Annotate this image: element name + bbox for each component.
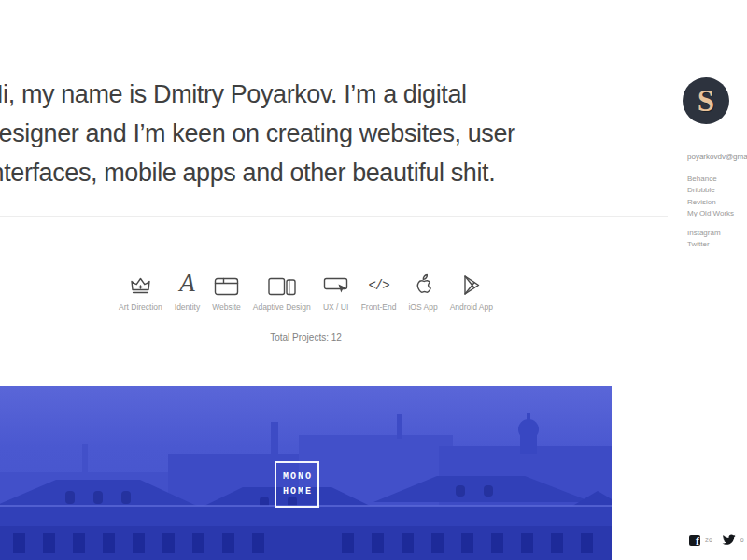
service-android-app: Android App (450, 270, 493, 312)
link-twitter[interactable]: Twitter (687, 239, 721, 250)
crown-icon (129, 270, 152, 296)
portfolio-page: Hi, my name is Dmitry Poyarkov. I’m a di… (0, 0, 747, 560)
profile-links-primary: Behance Dribbble Revision My Old Works (687, 174, 734, 219)
hero-intro: Hi, my name is Dmitry Poyarkov. I’m a di… (0, 75, 515, 192)
total-projects-label: Total Projects: 12 (0, 332, 612, 343)
devices-icon (268, 270, 296, 296)
link-behance[interactable]: Behance (687, 174, 734, 185)
profile-links-secondary: Instagram Twitter (687, 228, 721, 251)
services-row: Art Direction A Identity Website (0, 270, 612, 312)
apple-icon (414, 270, 433, 296)
hero-line-1: Hi, my name is Dmitry Poyarkov. I’m a di… (0, 75, 515, 114)
service-label: Art Direction (119, 302, 162, 312)
letter-a-icon: A (179, 270, 195, 296)
link-instagram[interactable]: Instagram (687, 228, 721, 239)
project-banner-mono-home[interactable]: MONO HOME (0, 386, 612, 560)
service-label: Adaptive Design (253, 302, 311, 312)
service-label: iOS App (408, 302, 437, 312)
service-front-end: </> Front-End (361, 270, 397, 312)
facebook-share-count: 26 (705, 537, 712, 543)
project-title-line-1: MONO (281, 469, 313, 484)
social-share-bar: f 26 6 (689, 534, 744, 546)
service-adaptive-design: Adaptive Design (253, 270, 311, 312)
browser-icon (214, 270, 239, 296)
project-title-box[interactable]: MONO HOME (275, 461, 319, 508)
service-label: UX / UI (323, 302, 348, 312)
service-art-direction: Art Direction (119, 270, 162, 312)
facebook-icon[interactable]: f (689, 535, 700, 546)
logo-letter: S (698, 86, 714, 117)
section-divider (0, 216, 668, 217)
link-revision[interactable]: Revision (687, 197, 734, 208)
link-dribbble[interactable]: Dribbble (687, 185, 734, 196)
site-logo[interactable]: S (683, 77, 729, 124)
service-label: Front-End (361, 302, 397, 312)
twitter-icon[interactable] (722, 534, 736, 546)
service-identity: A Identity (175, 270, 200, 312)
code-icon: </> (368, 270, 388, 296)
hero-line-3: interfaces, mobile apps and other beauti… (0, 153, 515, 192)
email-link[interactable]: poyarkovdv@gmail (687, 152, 747, 161)
cursor-frame-icon (323, 270, 349, 296)
hero-line-2: designer and I’m keen on creating websit… (0, 114, 515, 153)
link-my-old-works[interactable]: My Old Works (687, 208, 734, 219)
twitter-share-count: 6 (740, 537, 744, 543)
service-label: Identity (175, 302, 200, 312)
service-label: Android App (450, 302, 493, 312)
service-website: Website (212, 270, 241, 312)
project-title-line-2: HOME (281, 484, 313, 499)
play-store-icon (461, 270, 481, 296)
service-ios-app: iOS App (408, 270, 437, 312)
service-label: Website (212, 302, 241, 312)
service-ux-ui: UX / UI (323, 270, 349, 312)
